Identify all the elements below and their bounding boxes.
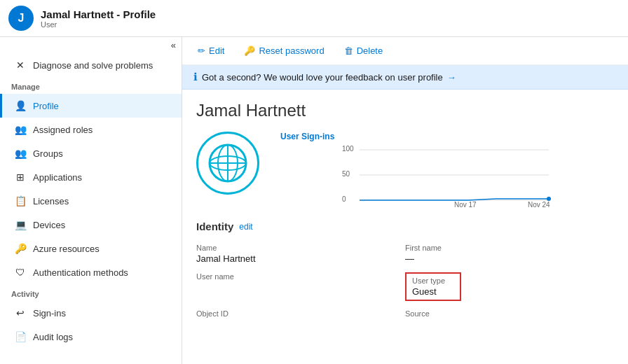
name-field: Name Jamal Hartnett (196, 241, 405, 270)
sidebar-item-audit-logs[interactable]: 📄 Audit logs (0, 325, 182, 349)
delete-label: Delete (357, 46, 383, 56)
main-layout: « ✕ Diagnose and solve problems Manage 👤… (0, 37, 628, 364)
globe-svg (207, 142, 249, 184)
reset-password-button[interactable]: 🔑 Reset password (240, 43, 328, 59)
svg-text:50: 50 (342, 170, 350, 178)
sidebar-item-label: Profile (33, 101, 59, 111)
collapse-icon: « (171, 40, 176, 50)
applications-icon: ⊞ (13, 170, 27, 184)
globe-avatar (196, 132, 259, 195)
identity-grid: Name Jamal Hartnett First name — User na… (196, 241, 614, 325)
sign-ins-icon: ↩ (13, 306, 27, 320)
identity-section: Identity edit Name Jamal Hartnett First … (196, 220, 614, 325)
sidebar-item-label: Sign-ins (33, 308, 66, 318)
avatar: J (8, 6, 34, 31)
user-name-heading: Jamal Hartnett (196, 101, 614, 120)
sidebar: « ✕ Diagnose and solve problems Manage 👤… (0, 37, 182, 364)
name-value: Jamal Hartnett (196, 253, 405, 264)
delete-button[interactable]: 🗑 Delete (340, 43, 388, 59)
info-banner-text: Got a second? We would love your feedbac… (202, 72, 443, 83)
sidebar-item-assigned-roles[interactable]: 👥 Assigned roles (0, 118, 182, 141)
user-name-label: User name (196, 272, 405, 281)
title-text-block: Jamal Hartnett - Profile User (41, 8, 156, 29)
chart-area: User Sign-ins 100 50 0 (280, 132, 614, 209)
sidebar-item-label: Applications (33, 172, 82, 183)
sidebar-item-diagnose[interactable]: ✕ Diagnose and solve problems (0, 53, 182, 77)
key-icon: 🔑 (244, 46, 255, 56)
sidebar-item-label: Authentication methods (33, 267, 128, 278)
profile-top-row: User Sign-ins 100 50 0 (196, 132, 614, 209)
sidebar-item-azure-resources[interactable]: 🔑 Azure resources (0, 237, 182, 260)
svg-text:Nov 17: Nov 17 (454, 201, 477, 207)
profile-icon: 👤 (13, 99, 27, 113)
user-type-label: User type (412, 276, 454, 285)
user-type-field: User type Guest (405, 270, 614, 307)
shield-icon: 🛡 (13, 265, 27, 279)
svg-text:Nov 24: Nov 24 (528, 201, 550, 207)
sidebar-collapse-button[interactable]: « (0, 37, 182, 53)
sidebar-item-devices[interactable]: 💻 Devices (0, 213, 182, 237)
sidebar-item-label: Devices (33, 220, 65, 230)
user-name-field: User name (196, 270, 405, 307)
identity-edit-link[interactable]: edit (239, 222, 252, 232)
sidebar-manage-header: Manage (0, 77, 182, 94)
sidebar-item-label: Azure resources (33, 244, 100, 254)
sidebar-item-label: Groups (33, 148, 63, 159)
sidebar-item-groups[interactable]: 👥 Groups (0, 141, 182, 165)
chart-title: User Sign-ins (280, 132, 614, 141)
first-name-field: First name — (405, 241, 614, 270)
first-name-label: First name (405, 244, 614, 252)
sidebar-item-label: Audit logs (33, 332, 73, 342)
svg-text:0: 0 (342, 195, 346, 203)
profile-content: Jamal Hartnett User Sign-ins (182, 90, 628, 364)
azure-icon: 🔑 (13, 241, 27, 255)
sidebar-activity-header: Activity (0, 284, 182, 301)
licenses-icon: 📋 (13, 194, 27, 208)
wrench-icon: ✕ (13, 58, 27, 72)
user-type-highlight-box: User type Guest (405, 272, 461, 301)
source-label: Source (405, 309, 614, 318)
first-name-value: — (405, 253, 614, 264)
sidebar-item-label: Diagnose and solve problems (33, 60, 153, 71)
sidebar-item-profile[interactable]: 👤 Profile (0, 94, 182, 118)
sidebar-item-auth-methods[interactable]: 🛡 Authentication methods (0, 260, 182, 284)
audit-icon: 📄 (13, 330, 27, 344)
edit-button[interactable]: ✏ Edit (193, 43, 228, 59)
svg-text:100: 100 (342, 145, 354, 153)
title-bar: J Jamal Hartnett - Profile User (0, 0, 628, 37)
page-title: Jamal Hartnett - Profile (41, 8, 156, 20)
delete-icon: 🗑 (344, 46, 353, 56)
groups-icon: 👥 (13, 146, 27, 160)
identity-title: Identity (196, 220, 233, 232)
source-field: Source (405, 307, 614, 325)
info-icon: ℹ (193, 71, 198, 83)
edit-label: Edit (209, 46, 224, 56)
identity-header: Identity edit (196, 220, 614, 232)
user-type-value: Guest (412, 286, 454, 297)
info-banner-link[interactable]: → (447, 72, 456, 83)
name-label: Name (196, 244, 405, 252)
sidebar-item-licenses[interactable]: 📋 Licenses (0, 189, 182, 213)
sidebar-item-label: Licenses (33, 196, 69, 206)
sidebar-item-applications[interactable]: ⊞ Applications (0, 165, 182, 189)
reset-password-label: Reset password (259, 46, 324, 56)
object-id-label: Object ID (196, 309, 405, 318)
info-banner: ℹ Got a second? We would love your feedb… (182, 65, 628, 90)
devices-icon: 💻 (13, 218, 27, 232)
toolbar: ✏ Edit 🔑 Reset password 🗑 Delete (182, 37, 628, 65)
sidebar-item-sign-ins[interactable]: ↩ Sign-ins (0, 301, 182, 325)
sidebar-item-label: Assigned roles (33, 125, 93, 135)
edit-icon: ✏ (198, 46, 205, 56)
object-id-field: Object ID (196, 307, 405, 325)
content-area: ✏ Edit 🔑 Reset password 🗑 Delete ℹ Got a… (182, 37, 628, 364)
page-subtitle: User (41, 20, 156, 29)
roles-icon: 👥 (13, 122, 27, 136)
chart-svg: 100 50 0 Nov 17 Nov 24 (280, 144, 614, 207)
